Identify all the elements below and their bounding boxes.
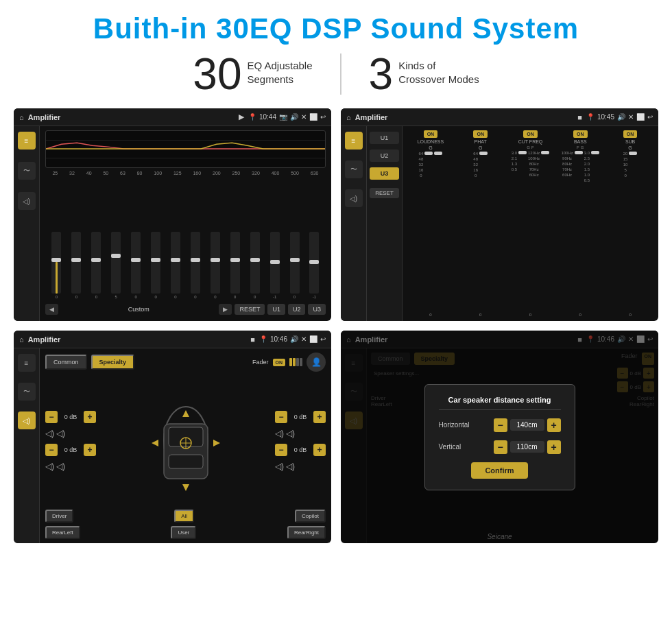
tr-minus[interactable]: − — [275, 411, 287, 423]
cutfreq-on[interactable]: ON — [523, 130, 538, 138]
u-buttons-col: U1 U2 U3 RESET — [367, 126, 403, 321]
common-tab[interactable]: Common — [45, 355, 87, 370]
br-plus[interactable]: + — [313, 444, 326, 456]
horizontal-plus[interactable]: + — [547, 418, 561, 432]
car-svg — [148, 390, 224, 492]
driver-btn[interactable]: Driver — [45, 510, 73, 523]
eq-reset-btn[interactable]: RESET — [235, 304, 265, 315]
copilot-btn[interactable]: Copilot — [295, 510, 326, 523]
eq-sidebar-btn3[interactable]: ≡ — [18, 354, 36, 372]
screen3-topbar: ⌂ Amplifier ■ 📍 10:46 🔊 ✕ ⬜ ↩ — [14, 331, 331, 348]
dialog-horizontal-row: Horizontal − 140cm + — [439, 418, 561, 432]
loudness-bottom-val: 0 — [429, 313, 431, 317]
location-icon2: 📍 — [586, 113, 595, 121]
vertical-minus[interactable]: − — [494, 440, 507, 454]
top-left-db: − 0 dB + — [45, 411, 96, 423]
bass-label: BASS — [574, 139, 587, 144]
home-icon[interactable]: ⌂ — [19, 113, 24, 121]
eq-u2-btn[interactable]: U2 — [288, 304, 306, 315]
eq-u1-btn[interactable]: U1 — [267, 304, 285, 315]
band-sub: ON SUB G 20 15 10 5 0 — [606, 130, 654, 317]
u2-btn[interactable]: U2 — [370, 150, 399, 162]
specialty-tab[interactable]: Specialty — [91, 355, 135, 370]
u1-btn[interactable]: U1 — [370, 132, 399, 144]
eq-preset-label: Custom — [61, 306, 216, 313]
eq-next-btn[interactable]: ▶ — [219, 304, 232, 315]
eq-slider-12: -1 — [270, 232, 280, 299]
fader-on[interactable]: ON — [273, 359, 286, 366]
screen3-middle: − 0 dB + ◁) ◁) − 0 dB + — [45, 375, 326, 506]
tr-speaker-icons: ◁) ◁) — [275, 429, 326, 438]
window-icon: ⬜ — [309, 113, 317, 121]
fader-toggle — [289, 358, 302, 366]
record-icon3: ■ — [250, 335, 255, 344]
eq-slider-track-1[interactable] — [51, 232, 61, 294]
bass-on[interactable]: ON — [573, 130, 588, 138]
bl-minus[interactable]: − — [45, 444, 58, 456]
all-btn[interactable]: All — [174, 510, 194, 523]
back-icon3[interactable]: ↩ — [320, 335, 326, 343]
screen1-content: ≡ 〜 ◁) — [14, 126, 331, 321]
eq-prev-btn[interactable]: ◀ — [45, 304, 58, 315]
wave-sidebar-btn2[interactable]: 〜 — [345, 160, 363, 178]
close-icon2[interactable]: ✕ — [628, 113, 634, 121]
eq-slider-7: 0 — [171, 232, 180, 299]
band-loudness: ON LOUDNESS G 64 48 32 16 0 — [407, 130, 455, 317]
confirm-button[interactable]: Confirm — [471, 462, 527, 479]
wave-icon-btn[interactable]: 〜 — [18, 162, 36, 180]
speaker-sidebar-btn3[interactable]: ◁) — [18, 412, 36, 429]
screen3-title: Amplifier — [28, 335, 247, 344]
eq-icon-btn[interactable]: ≡ — [18, 132, 36, 150]
bl-speaker1: ◁) — [45, 462, 54, 471]
profile-btn[interactable]: 👤 — [307, 353, 326, 372]
vertical-input-group: − 110cm + — [494, 440, 561, 454]
eq-slider-2: 0 — [71, 232, 81, 299]
sub-on[interactable]: ON — [623, 130, 638, 138]
screen1-sidebar: ≡ 〜 ◁) — [14, 126, 40, 321]
user-btn[interactable]: User — [171, 526, 196, 539]
home-icon2[interactable]: ⌂ — [346, 113, 351, 121]
loudness-on[interactable]: ON — [424, 130, 438, 138]
svg-rect-6 — [169, 455, 203, 468]
bass-fg: F G — [577, 145, 584, 150]
rearleft-btn[interactable]: RearLeft — [45, 526, 80, 539]
br-speaker2: ◁) — [286, 462, 295, 471]
u3-btn[interactable]: U3 — [370, 167, 399, 180]
eq-u3-btn[interactable]: U3 — [308, 304, 326, 315]
back-icon[interactable]: ↩ — [320, 113, 326, 121]
bl-plus[interactable]: + — [84, 444, 96, 456]
wave-sidebar-btn3[interactable]: 〜 — [18, 383, 36, 401]
freq-160: 160 — [193, 171, 201, 176]
phat-on[interactable]: ON — [473, 130, 488, 138]
rearright-btn[interactable]: RearRight — [287, 526, 326, 539]
vertical-value: 110cm — [510, 441, 544, 453]
speaker-icon-btn[interactable]: ◁) — [18, 192, 36, 210]
br-minus[interactable]: − — [275, 444, 287, 456]
screen1-eq-area: 25 32 40 50 63 80 100 125 160 200 250 32… — [40, 126, 331, 321]
crossover-reset-btn[interactable]: RESET — [370, 188, 399, 198]
vertical-plus[interactable]: + — [547, 440, 561, 454]
freq-630: 630 — [311, 171, 319, 176]
tl-speaker-icons: ◁) ◁) — [45, 429, 96, 438]
freq-40: 40 — [86, 171, 92, 176]
sub-g: G — [628, 145, 632, 150]
horizontal-minus[interactable]: − — [494, 418, 507, 432]
back-icon2[interactable]: ↩ — [647, 113, 653, 121]
freq-200: 200 — [213, 171, 221, 176]
eq-sidebar-btn2[interactable]: ≡ — [345, 132, 363, 150]
close-icon[interactable]: ✕ — [301, 113, 307, 121]
home-icon3[interactable]: ⌂ — [19, 335, 24, 344]
close-icon3[interactable]: ✕ — [301, 335, 307, 343]
tr-plus[interactable]: + — [313, 411, 326, 423]
speaker-sidebar-btn2[interactable]: ◁) — [345, 189, 363, 207]
eq-slider-5: 0 — [131, 232, 141, 299]
screen2-time: 10:45 — [597, 113, 614, 121]
freq-100: 100 — [154, 171, 162, 176]
tl-minus[interactable]: − — [45, 411, 58, 423]
screen2-sidebar: ≡ 〜 ◁) — [341, 126, 367, 321]
tl-plus[interactable]: + — [84, 411, 96, 423]
screen1: ⌂ Amplifier ▶ 📍 10:44 📷 🔊 ✕ ⬜ ↩ ≡ 〜 ◁) — [14, 108, 331, 321]
stat1-number: 30 — [193, 52, 241, 96]
bl-speaker-icons: ◁) ◁) — [45, 462, 96, 471]
eq-slider-8: 0 — [191, 232, 200, 299]
